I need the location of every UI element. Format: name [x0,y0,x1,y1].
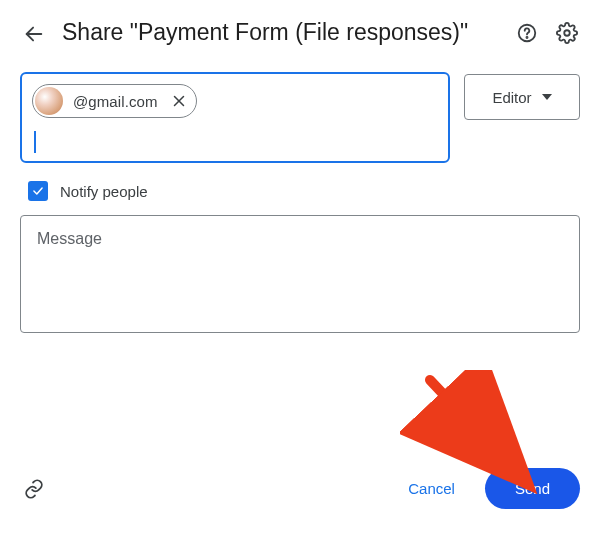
dialog-title: Share "Payment Form (File responses)" [62,18,500,46]
role-select[interactable]: Editor [464,74,580,120]
person-chip[interactable]: @gmail.com [32,84,197,118]
link-icon [23,478,45,500]
message-input[interactable]: Message [20,215,580,333]
chip-email: @gmail.com [73,93,158,110]
svg-point-3 [564,30,570,36]
check-icon [31,184,45,198]
cancel-button[interactable]: Cancel [386,470,477,507]
notify-checkbox[interactable] [28,181,48,201]
message-placeholder: Message [37,230,102,247]
help-icon [516,22,538,44]
role-select-label: Editor [492,89,531,106]
avatar [35,87,63,115]
people-input[interactable]: @gmail.com [20,72,450,163]
copy-link-button[interactable] [20,475,48,503]
remove-chip-button[interactable] [170,92,188,110]
send-button[interactable]: Send [485,468,580,509]
settings-button[interactable] [554,20,580,46]
help-button[interactable] [514,20,540,46]
svg-point-2 [526,37,527,38]
text-caret [34,131,36,153]
notify-label: Notify people [60,183,148,200]
svg-line-7 [430,380,510,465]
chevron-down-icon [542,94,552,100]
gear-icon [556,22,578,44]
arrow-left-icon [23,23,45,45]
back-button[interactable] [20,20,48,48]
